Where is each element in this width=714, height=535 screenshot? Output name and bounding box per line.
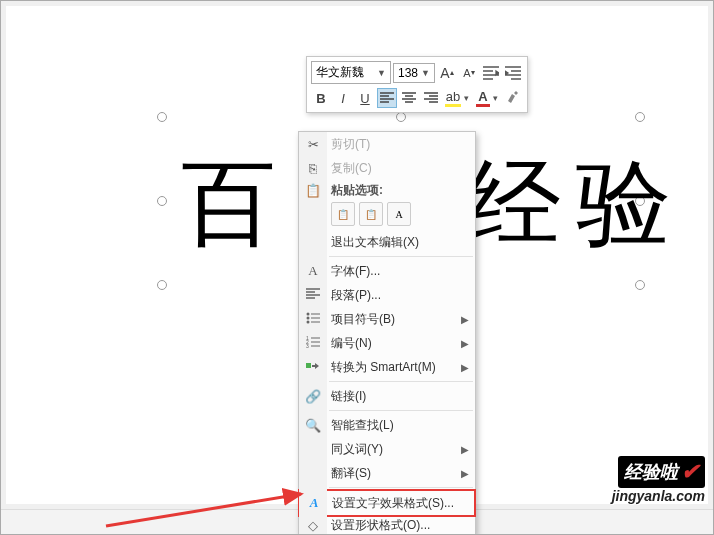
menu-text-effects[interactable]: A 设置文字效果格式(S)...	[300, 491, 474, 515]
format-painter-button[interactable]	[503, 88, 523, 108]
font-icon: A	[304, 263, 322, 279]
text-char-2: 经	[466, 141, 561, 269]
highlight-icon: ab	[445, 89, 461, 107]
dropdown-arrow-icon: ▾	[464, 93, 469, 103]
dropdown-arrow-icon: ▾	[493, 93, 498, 103]
menu-copy[interactable]: ⎘ 复制(C)	[299, 156, 475, 180]
grow-font-button[interactable]: A▴	[437, 63, 457, 83]
check-icon: ✔	[681, 459, 699, 485]
submenu-arrow-icon: ▶	[461, 362, 469, 373]
align-left-button[interactable]	[377, 88, 397, 108]
menu-numbering[interactable]: 123 编号(N) ▶	[299, 331, 475, 355]
menu-translate[interactable]: 翻译(S) ▶	[299, 461, 475, 485]
svg-line-7	[106, 494, 301, 526]
dropdown-arrow-icon: ▼	[421, 68, 430, 78]
submenu-arrow-icon: ▶	[461, 468, 469, 479]
underline-button[interactable]: U	[355, 88, 375, 108]
paste-merge-button[interactable]: 📋	[359, 202, 383, 226]
indent-right-icon	[505, 66, 521, 80]
menu-exit-edit[interactable]: 退出文本编辑(X)	[299, 230, 475, 254]
bold-button[interactable]: B	[311, 88, 331, 108]
highlight-color-button[interactable]: ab ▾	[443, 88, 471, 108]
smartart-icon	[304, 360, 322, 375]
submenu-arrow-icon: ▶	[461, 444, 469, 455]
font-color-button[interactable]: A ▾	[473, 88, 501, 108]
paragraph-icon	[304, 288, 322, 303]
svg-point-2	[307, 320, 310, 323]
align-right-icon	[424, 92, 438, 104]
font-name-value: 华文新魏	[316, 64, 364, 81]
menu-shape-format[interactable]: ◇ 设置形状格式(O)...	[299, 516, 475, 534]
text-char-3: 验	[576, 141, 671, 269]
menu-smartart[interactable]: 转换为 SmartArt(M) ▶	[299, 355, 475, 379]
menu-hyperlink[interactable]: 🔗 链接(I)	[299, 384, 475, 408]
decrease-indent-button[interactable]	[481, 63, 501, 83]
link-icon: 🔗	[304, 389, 322, 404]
resize-handle-br[interactable]	[635, 280, 645, 290]
annotation-arrow	[101, 486, 321, 535]
svg-point-1	[307, 316, 310, 319]
mini-toolbar: 华文新魏 ▼ 138 ▼ A▴ A▾ B I U ab ▾	[306, 56, 528, 113]
cut-icon: ✂	[304, 137, 322, 152]
numbering-icon: 123	[304, 336, 322, 351]
menu-smart-lookup[interactable]: 🔍 智能查找(L)	[299, 413, 475, 437]
svg-rect-6	[306, 363, 311, 368]
text-char-1: 百	[181, 141, 276, 269]
paste-keep-source-button[interactable]: 📋	[331, 202, 355, 226]
svg-text:3: 3	[306, 343, 309, 348]
menu-cut[interactable]: ✂ 剪切(T)	[299, 132, 475, 156]
font-size-value: 138	[398, 66, 418, 80]
italic-button[interactable]: I	[333, 88, 353, 108]
paste-text-only-button[interactable]: A	[387, 202, 411, 226]
dropdown-arrow-icon: ▼	[377, 68, 386, 78]
align-left-icon	[380, 92, 394, 104]
resize-handle-ml[interactable]	[157, 196, 167, 206]
font-name-select[interactable]: 华文新魏 ▼	[311, 61, 391, 84]
align-center-icon	[402, 92, 416, 104]
highlighted-menu-item: A 设置文字效果格式(S)...	[298, 489, 476, 517]
watermark: 经验啦 ✔ jingyanla.com	[612, 456, 705, 504]
menu-separator	[329, 487, 473, 488]
increase-indent-button[interactable]	[503, 63, 523, 83]
menu-bullets[interactable]: 项目符号(B) ▶	[299, 307, 475, 331]
font-size-select[interactable]: 138 ▼	[393, 63, 435, 83]
menu-paragraph[interactable]: 段落(P)...	[299, 283, 475, 307]
search-icon: 🔍	[304, 418, 322, 433]
menu-paste-label: 📋 粘贴选项:	[299, 180, 475, 200]
menu-separator	[329, 410, 473, 411]
watermark-sub: jingyanla.com	[612, 488, 705, 504]
bullets-icon	[304, 312, 322, 327]
menu-separator	[329, 256, 473, 257]
resize-handle-tl[interactable]	[157, 112, 167, 122]
context-menu: ✂ 剪切(T) ⎘ 复制(C) 📋 粘贴选项: 📋 📋 A 退出文本编辑(X) …	[298, 131, 476, 535]
submenu-arrow-icon: ▶	[461, 314, 469, 325]
align-center-button[interactable]	[399, 88, 419, 108]
menu-synonyms[interactable]: 同义词(Y) ▶	[299, 437, 475, 461]
brush-icon	[506, 91, 520, 105]
submenu-arrow-icon: ▶	[461, 338, 469, 349]
resize-handle-bl[interactable]	[157, 280, 167, 290]
svg-point-0	[307, 312, 310, 315]
copy-icon: ⎘	[304, 161, 322, 176]
paste-icon: 📋	[304, 183, 322, 198]
font-color-icon: A	[476, 89, 489, 107]
menu-separator	[329, 381, 473, 382]
indent-left-icon	[483, 66, 499, 80]
resize-handle-tm[interactable]	[396, 112, 406, 122]
resize-handle-tr[interactable]	[635, 112, 645, 122]
shrink-font-button[interactable]: A▾	[459, 63, 479, 83]
watermark-main: 经验啦 ✔	[618, 456, 705, 488]
menu-font[interactable]: A 字体(F)...	[299, 259, 475, 283]
align-right-button[interactable]	[421, 88, 441, 108]
